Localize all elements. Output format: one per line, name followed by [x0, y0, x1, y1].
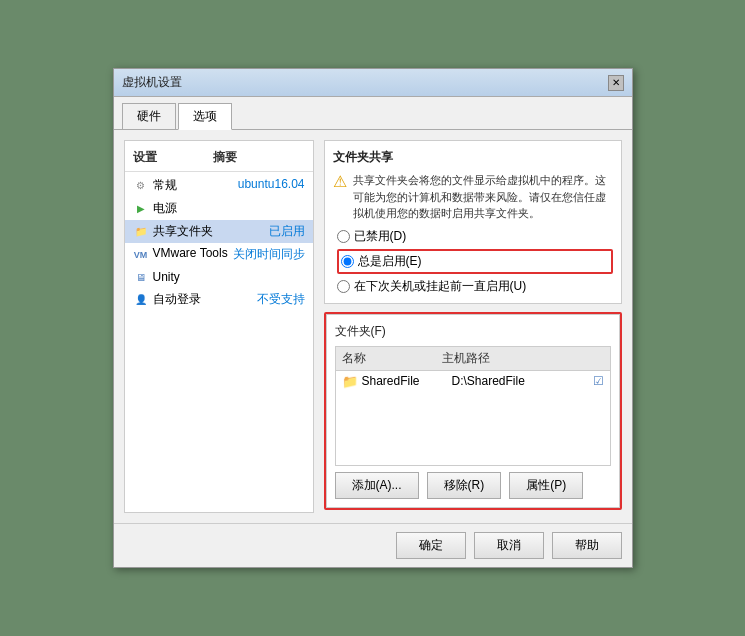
vmware-tools-desc: 关闭时间同步: [233, 246, 305, 263]
folder-check-icon: ☑: [593, 374, 604, 388]
sidebar-item-autologin[interactable]: 👤 自动登录 不受支持: [125, 288, 313, 311]
radio-always-input[interactable]: [341, 255, 354, 268]
sidebar-item-vmware-tools[interactable]: VM VMware Tools 关闭时间同步: [125, 243, 313, 266]
radio-group: 已禁用(D) 总是启用(E) 在下次关机或挂起前一直启用(U): [337, 228, 613, 295]
radio-disabled-label: 已禁用(D): [354, 228, 407, 245]
tab-options[interactable]: 选项: [178, 103, 232, 130]
power-label: 电源: [153, 200, 305, 217]
folder-row-icon: 📁: [342, 374, 358, 389]
shared-folders-label: 共享文件夹: [153, 223, 269, 240]
radio-until-shutdown[interactable]: 在下次关机或挂起前一直启用(U): [337, 278, 613, 295]
folder-table-header: 名称 主机路径: [336, 347, 610, 371]
sidebar-item-power[interactable]: ▶ 电源: [125, 197, 313, 220]
help-button[interactable]: 帮助: [552, 532, 622, 559]
folder-name: SharedFile: [362, 374, 452, 388]
gear-icon: ⚙: [133, 178, 149, 194]
cancel-button[interactable]: 取消: [474, 532, 544, 559]
vmware-tools-label: VMware Tools: [153, 246, 233, 263]
title-bar: 虚拟机设置 ✕: [114, 69, 632, 97]
general-label: 常规: [153, 177, 238, 194]
vmware-icon: VM: [133, 247, 149, 263]
autologin-label: 自动登录: [153, 291, 257, 308]
table-row[interactable]: 📁 SharedFile D:\SharedFile ☑: [336, 371, 610, 392]
folder-section-title: 文件夹(F): [335, 323, 611, 340]
path-col-header: 主机路径: [442, 350, 604, 367]
warning-text: 共享文件夹会将您的文件显示给虚拟机中的程序。这可能为您的计算机和数据带来风险。请…: [353, 172, 613, 222]
warning-row: ⚠ 共享文件夹会将您的文件显示给虚拟机中的程序。这可能为您的计算机和数据带来风险…: [333, 172, 613, 222]
folder-icon: 📁: [133, 224, 149, 240]
general-desc: ubuntu16.04: [238, 177, 305, 194]
radio-always[interactable]: 总是启用(E): [341, 253, 609, 270]
left-settings-panel: 设置 摘要 ⚙ 常规 ubuntu16.04 ▶ 电源: [124, 140, 314, 513]
virtual-machine-settings-dialog: 虚拟机设置 ✕ 硬件 选项 设置 摘要 ⚙ 常规 ubuntu16.04: [113, 68, 633, 568]
radio-always-label: 总是启用(E): [358, 253, 422, 270]
ok-button[interactable]: 确定: [396, 532, 466, 559]
unity-label: Unity: [153, 270, 305, 284]
properties-button[interactable]: 属性(P): [509, 472, 583, 499]
content-area: 设置 摘要 ⚙ 常规 ubuntu16.04 ▶ 电源: [114, 130, 632, 523]
warning-icon: ⚠: [333, 172, 347, 222]
autologin-desc: 不受支持: [257, 291, 305, 308]
folder-path: D:\SharedFile: [452, 374, 589, 388]
radio-always-highlight: 总是启用(E): [337, 249, 613, 274]
sidebar-item-shared-folders[interactable]: 📁 共享文件夹 已启用: [125, 220, 313, 243]
folder-section: 文件夹(F) 名称 主机路径 📁 SharedFile D:\SharedFil…: [326, 314, 620, 508]
tabs-bar: 硬件 选项: [114, 97, 632, 130]
shared-folders-desc: 已启用: [269, 223, 305, 240]
file-sharing-title: 文件夹共享: [333, 149, 613, 166]
right-panel: 文件夹共享 ⚠ 共享文件夹会将您的文件显示给虚拟机中的程序。这可能为您的计算机和…: [324, 140, 622, 513]
folder-buttons-row: 添加(A)... 移除(R) 属性(P): [335, 472, 611, 499]
close-button[interactable]: ✕: [608, 75, 624, 91]
file-sharing-section: 文件夹共享 ⚠ 共享文件夹会将您的文件显示给虚拟机中的程序。这可能为您的计算机和…: [324, 140, 622, 304]
monitor-icon: 🖥: [133, 269, 149, 285]
name-col-header: 名称: [342, 350, 442, 367]
dialog-title: 虚拟机设置: [122, 74, 182, 91]
radio-disabled-input[interactable]: [337, 230, 350, 243]
tab-hardware[interactable]: 硬件: [122, 103, 176, 129]
header-divider: [125, 171, 313, 172]
power-icon: ▶: [133, 201, 149, 217]
settings-col-header: 设置: [133, 149, 213, 166]
radio-disabled[interactable]: 已禁用(D): [337, 228, 613, 245]
radio-until-shutdown-input[interactable]: [337, 280, 350, 293]
left-header: 设置 摘要: [125, 146, 313, 169]
summary-col-header: 摘要: [213, 149, 305, 166]
sidebar-item-unity[interactable]: 🖥 Unity: [125, 266, 313, 288]
folder-table: 名称 主机路径 📁 SharedFile D:\SharedFile ☑: [335, 346, 611, 466]
add-button[interactable]: 添加(A)...: [335, 472, 419, 499]
folder-section-wrapper: 文件夹(F) 名称 主机路径 📁 SharedFile D:\SharedFil…: [324, 312, 622, 510]
bottom-bar: 确定 取消 帮助: [114, 523, 632, 567]
user-icon: 👤: [133, 292, 149, 308]
radio-until-shutdown-label: 在下次关机或挂起前一直启用(U): [354, 278, 527, 295]
remove-button[interactable]: 移除(R): [427, 472, 502, 499]
sidebar-item-general[interactable]: ⚙ 常规 ubuntu16.04: [125, 174, 313, 197]
